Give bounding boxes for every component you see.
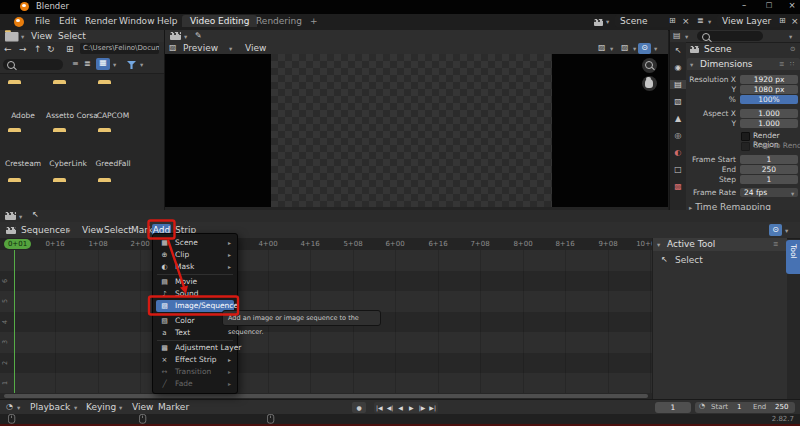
filter-icon[interactable] <box>127 61 136 71</box>
active-tool-name[interactable]: Select <box>675 255 703 265</box>
forward-icon[interactable]: → <box>19 44 27 54</box>
active-tool-panel-header[interactable]: ▾ Active Tool ≡ <box>653 238 787 251</box>
annotate-tool-icon[interactable]: ✎ <box>195 31 202 40</box>
horizontal-list-view-icon[interactable]: ≣ <box>84 59 91 68</box>
sequencer-display-icon[interactable] <box>6 226 16 236</box>
workspace-tab-video-editing[interactable]: Video Editing <box>182 15 257 27</box>
preview-menu-view[interactable]: View <box>245 43 266 53</box>
sequencer-display-caret-icon[interactable]: ▾ <box>67 227 70 235</box>
outliner-search-input[interactable] <box>697 31 763 41</box>
tab-world[interactable]: ◎ <box>670 131 686 140</box>
file-menu-view[interactable]: View <box>31 31 52 41</box>
timeline-menu-keying[interactable]: Keying <box>86 402 116 412</box>
play-reverse-button[interactable]: ◀ <box>396 404 406 411</box>
render-region-checkbox[interactable] <box>741 132 750 141</box>
view-layer-selector[interactable]: View Layer <box>717 15 783 27</box>
play-button[interactable]: ▶ <box>406 404 416 411</box>
sequencer-menu-view[interactable]: View <box>82 225 103 235</box>
timeline-menu-view[interactable]: View <box>132 402 153 412</box>
sequencer-overlay-caret-icon[interactable]: ▾ <box>785 227 788 235</box>
scene-icon[interactable] <box>594 18 603 28</box>
display-mode-icon[interactable]: ▨ <box>169 43 177 52</box>
timeline-editor-icon[interactable]: ◔ <box>6 402 13 411</box>
zoom-gizmo-icon[interactable] <box>642 58 657 73</box>
folder-label[interactable]: GreedFall <box>91 159 135 168</box>
folder-label[interactable]: Assetto Corsa <box>46 111 90 120</box>
vertical-list-view-icon[interactable]: ≡ <box>72 59 79 68</box>
unlink-scene-icon[interactable]: × <box>682 16 690 26</box>
panel-drag-icon[interactable]: ∷ <box>790 60 794 68</box>
menu-item-movie[interactable]: ▤Movie <box>156 276 234 288</box>
close-button[interactable]: × <box>785 0 799 10</box>
new-folder-icon[interactable]: ⊞ <box>66 44 74 54</box>
jump-to-start-button[interactable]: |◀ <box>374 404 384 411</box>
display-settings-caret-icon[interactable]: ▾ <box>113 61 116 69</box>
file-list-area[interactable]: Adobe Assetto Corsa CAPCOM Cresteam Cybe… <box>0 73 164 210</box>
menu-item-clip[interactable]: ⊕Clip▸ <box>156 249 234 261</box>
sequencer-editor-icon[interactable] <box>5 212 16 222</box>
sequencer-overlay-icon[interactable]: ⊙ <box>769 224 782 236</box>
folder-label[interactable]: Adobe <box>1 111 45 120</box>
remove-view-layer-icon[interactable]: × <box>791 16 799 26</box>
shading-caret-icon[interactable]: ▾ <box>654 45 657 53</box>
use-preview-range-icon[interactable]: ◔ <box>699 402 705 410</box>
preview-display-mode[interactable]: Preview <box>183 43 218 53</box>
menu-item-adjustment-layer[interactable]: ▩Adjustment Layer <box>156 342 234 354</box>
outliner-mode-caret-icon[interactable]: ▾ <box>685 33 688 41</box>
menu-help[interactable]: Help <box>150 16 185 26</box>
add-workspace-button[interactable]: + <box>302 15 326 27</box>
frame-rate-dropdown[interactable]: 24 fps <box>740 188 798 197</box>
parent-directory-icon[interactable]: ↑ <box>34 44 42 54</box>
menu-item-mask[interactable]: ◐Mask▸ <box>156 261 234 273</box>
editor-type-caret-icon[interactable]: ▾ <box>21 33 24 41</box>
tweak-tool-icon[interactable]: ↖ <box>32 210 39 219</box>
frame-step-field[interactable]: 1 <box>740 175 798 184</box>
aspect-x-field[interactable]: 1.000 <box>740 109 798 118</box>
maximize-button[interactable]: □ <box>760 1 778 9</box>
tab-scene[interactable]: ▲ <box>670 114 686 123</box>
outliner-filter-caret-icon[interactable]: ▾ <box>789 33 792 41</box>
file-menu-select[interactable]: Select <box>58 31 86 41</box>
tab-tool[interactable]: ↖ <box>670 46 686 55</box>
current-frame-field[interactable]: 1 <box>655 402 691 413</box>
frame-start-field[interactable]: 1 <box>740 155 798 164</box>
thumbnail-view-icon[interactable]: ▦ <box>96 58 110 70</box>
view-layer-caret-icon[interactable]: ▾ <box>708 18 711 26</box>
editor-type-caret-icon[interactable]: ▾ <box>17 404 20 412</box>
menu-item-effect-strip[interactable]: ×Effect Strip▸ <box>156 354 234 366</box>
tab-render[interactable]: ◉ <box>670 63 686 72</box>
sequencer-display-mode[interactable]: Sequencer <box>21 225 69 235</box>
folder-label[interactable]: CyberLink <box>46 159 90 168</box>
resolution-x-field[interactable]: 1920 px <box>740 75 798 84</box>
pan-gizmo-icon[interactable] <box>642 76 657 91</box>
menu-item-text[interactable]: aText <box>156 327 234 339</box>
display-mode-caret-icon[interactable]: ▾ <box>229 45 232 53</box>
tab-material[interactable]: ◐ <box>670 148 686 157</box>
record-button[interactable]: ● <box>352 402 366 413</box>
workspace-tab-rendering[interactable]: Rendering <box>248 15 310 27</box>
sidebar-tool-tab[interactable]: Tool <box>786 240 800 274</box>
blender-menu-icon[interactable] <box>14 17 24 29</box>
panel-collapse-icon[interactable]: ▾ <box>690 61 693 69</box>
dimensions-panel-header[interactable]: ▾ Dimensions ≡ ∷ <box>687 58 800 70</box>
time-remapping-panel-header[interactable]: ▸ Time Remapping <box>689 202 771 210</box>
menu-item-sound[interactable]: ♪Sound <box>156 288 234 300</box>
filter-settings-caret-icon[interactable]: ▾ <box>140 61 143 69</box>
overlays-caret-icon[interactable]: ▾ <box>633 45 636 53</box>
next-keyframe-button[interactable]: |▶ <box>417 404 427 411</box>
timeline-menu-playback[interactable]: Playback <box>30 402 70 412</box>
minimize-button[interactable]: – <box>735 0 753 10</box>
sequencer-menu-select[interactable]: Select <box>104 225 132 235</box>
gizmo-dropdown-icon[interactable]: ▨ <box>598 43 606 52</box>
scrollbar-handle[interactable] <box>4 394 648 398</box>
panel-presets-icon[interactable]: ≡ <box>779 60 784 68</box>
playhead-line[interactable] <box>14 250 15 393</box>
gizmo-caret-icon[interactable]: ▾ <box>610 45 613 53</box>
current-frame-indicator[interactable]: 0+01 <box>4 239 31 249</box>
overlays-dropdown-icon[interactable]: ▨ <box>621 43 629 52</box>
preview-viewport[interactable] <box>165 54 668 207</box>
path-field[interactable]: C:\Users\Felino\Docume... <box>80 43 159 54</box>
end-frame-field[interactable]: 250 <box>775 403 788 411</box>
outliner-display-mode-icon[interactable]: ▤ <box>673 31 681 40</box>
folder-label[interactable]: CAPCOM <box>91 111 135 120</box>
